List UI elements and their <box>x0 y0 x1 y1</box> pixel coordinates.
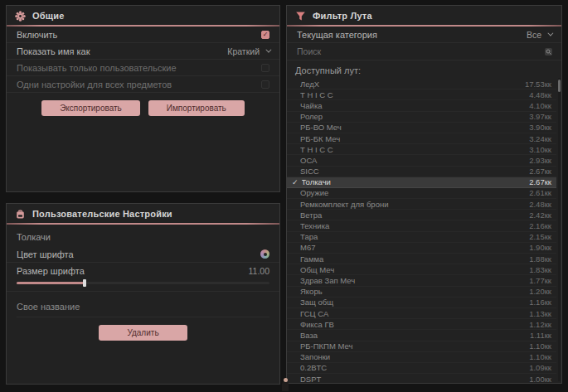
font-color-row: Цвет шрифта <box>7 246 279 263</box>
font-size-slider-thumb[interactable] <box>83 279 86 287</box>
gear-icon <box>15 11 26 22</box>
loot-item-name: Ремкомплект для брони <box>300 200 522 209</box>
loot-item-name: SICC <box>300 167 522 176</box>
only-custom-label: Показывать только пользовательские <box>17 63 177 73</box>
loot-row[interactable]: Общ Меч1.83кк <box>287 264 556 275</box>
font-size-slider-zone <box>7 279 279 292</box>
backpack-icon <box>15 209 26 220</box>
loot-row[interactable]: ✓Толкачи2.67кк <box>287 177 556 188</box>
loot-item-value: 1.00кк <box>529 375 551 383</box>
category-label: Текущая категория <box>297 30 377 40</box>
category-value: Все <box>527 30 541 40</box>
loot-item-name: Якорь <box>300 287 522 296</box>
delete-button[interactable]: Удалить <box>99 325 187 341</box>
export-button[interactable]: Экспортировать <box>41 100 140 116</box>
loot-item-name: ОСА <box>300 156 522 165</box>
loot-item-value: 2.67кк <box>529 167 551 176</box>
custom-settings-header: Пользовательские Настройки <box>7 204 279 223</box>
font-color-label: Цвет шрифта <box>17 249 74 259</box>
loot-row[interactable]: Защ общ1.16кк <box>287 298 556 308</box>
loot-item-name: DSPT <box>300 375 522 383</box>
loot-row[interactable]: Якорь1.20кк <box>287 287 556 298</box>
loot-row[interactable]: Здрав Зап Меч1.77кк <box>287 275 556 286</box>
loot-row[interactable]: Техника2.16кк <box>287 220 556 231</box>
loot-item-value: 2.67кк <box>529 177 551 186</box>
font-size-label: Размер шрифта <box>17 266 85 276</box>
loot-item-name: ГСЦ СА <box>300 309 522 318</box>
custom-name-wrap <box>7 292 279 317</box>
loot-item-value: 2.61кк <box>529 188 551 197</box>
loot-row[interactable]: Ветра2.42кк <box>287 210 556 220</box>
loot-row[interactable]: Запонки1.10кк <box>287 352 556 363</box>
search-icon[interactable] <box>544 47 553 56</box>
search-row <box>287 43 561 60</box>
loot-row[interactable]: Ваза1.11кк <box>287 330 556 341</box>
loot-row[interactable]: РБ-ВО Меч3.90кк <box>287 123 556 133</box>
loot-row[interactable]: Гамма1.88кк <box>287 254 556 264</box>
custom-name-input[interactable] <box>17 298 269 317</box>
loot-row[interactable]: ГСЦ СА1.13кк <box>287 308 556 319</box>
general-panel-title: Общие <box>32 11 65 21</box>
font-size-slider[interactable] <box>17 282 269 284</box>
custom-settings-panel: Пользовательские Настройки Толкачи Цвет … <box>6 203 280 385</box>
loot-item-name: Фикса ГВ <box>300 320 522 329</box>
loot-row[interactable]: РБ-ПКПМ Меч1.10кк <box>287 341 556 352</box>
loot-item-name: РБ-БК Меч <box>300 134 522 143</box>
general-panel-header: Общие <box>7 6 279 25</box>
only-custom-checkbox[interactable]: ✓ <box>261 64 269 72</box>
loot-item-value: 2.16кк <box>529 221 551 230</box>
color-wheel-icon[interactable] <box>260 249 269 259</box>
enable-checkbox[interactable]: ✓ <box>261 31 269 39</box>
scrollbar-thumb[interactable] <box>558 80 561 92</box>
loot-row[interactable]: Ролер3.97кк <box>287 112 556 123</box>
loot-item-name: Т Н І С С <box>300 90 522 99</box>
loot-item-value: 1.10кк <box>529 341 551 351</box>
loot-item-value: 2.15кк <box>529 232 551 241</box>
available-loot-label: Доступный лут: <box>287 60 561 79</box>
enable-row: Включить ✓ <box>7 27 279 43</box>
font-size-value: 11.00 <box>249 266 270 276</box>
loot-item-value: 2.42кк <box>529 211 551 220</box>
loot-item-value: 2.48кк <box>529 200 551 209</box>
loot-row[interactable]: DSPT1.00кк <box>287 374 556 383</box>
display-name-label: Показать имя как <box>17 46 90 56</box>
display-name-row: Показать имя как Краткий <box>7 43 279 60</box>
loot-row[interactable]: РБ-БК Меч3.24кк <box>287 133 556 144</box>
loot-row[interactable]: Ремкомплект для брони2.48кк <box>287 199 556 210</box>
search-input[interactable] <box>297 46 544 56</box>
loot-item-name: Тара <box>300 232 522 241</box>
display-name-value: Краткий <box>227 46 260 56</box>
same-settings-checkbox[interactable]: ✓ <box>261 80 269 89</box>
loot-list: ЛедХ17.53ккТ Н І С С4.48ккЧайка4.10ккРол… <box>287 79 556 383</box>
loot-row[interactable]: ЛедХ17.53кк <box>287 79 556 90</box>
loot-row[interactable]: Чайка4.10кк <box>287 100 556 111</box>
import-button[interactable]: Импортировать <box>148 100 245 116</box>
loot-row[interactable]: ОСА2.93кк <box>287 155 556 166</box>
loot-row[interactable]: SICC2.67кк <box>287 167 556 177</box>
loot-item-value: 3.24кк <box>529 134 551 143</box>
loot-item-value: 3.90кк <box>529 123 551 132</box>
loot-item-value: 1.88кк <box>529 254 551 264</box>
loot-row[interactable]: М671.90кк <box>287 243 556 254</box>
loot-item-name: Толкачи <box>302 177 523 186</box>
enable-label: Включить <box>17 30 57 40</box>
loot-row[interactable]: Т Н І С С3.10кк <box>287 144 556 155</box>
loot-item-value: 4.48кк <box>529 90 551 99</box>
display-name-dropdown[interactable]: Краткий <box>227 46 269 56</box>
loot-row[interactable]: Т Н І С С4.48кк <box>287 90 556 100</box>
loot-item-name: Т Н І С С <box>300 145 522 154</box>
loot-row[interactable]: Оружие2.61кк <box>287 188 556 199</box>
loot-item-value: 17.53кк <box>525 80 551 89</box>
loot-row[interactable]: Фикса ГВ1.12кк <box>287 319 556 330</box>
loot-row[interactable]: Тара2.15кк <box>287 232 556 243</box>
chevron-down-icon <box>547 31 553 36</box>
category-dropdown[interactable]: Все <box>527 30 551 40</box>
loot-item-name: Здрав Зап Меч <box>300 276 522 285</box>
loot-list-scrollbar[interactable] <box>558 78 561 381</box>
delete-row: Удалить <box>7 317 279 341</box>
loot-item-name: Гамма <box>300 254 522 264</box>
loot-item-value: 1.20кк <box>529 287 551 296</box>
loot-row[interactable]: 0.2BTC1.09кк <box>287 363 556 374</box>
font-size-slider-fill <box>17 282 85 284</box>
loot-item-name: Запонки <box>300 352 522 361</box>
